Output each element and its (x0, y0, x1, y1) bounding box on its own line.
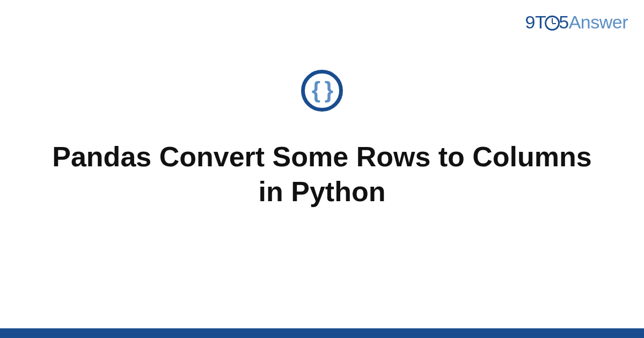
logo-text-answer: Answer (569, 12, 628, 32)
code-braces-icon: { } (301, 70, 343, 112)
footer-accent-bar (0, 328, 644, 338)
clock-icon (545, 16, 560, 31)
logo-text-5: 5 (559, 12, 568, 32)
braces-glyph: { } (312, 79, 332, 101)
site-logo: 9T5Answer (525, 12, 628, 33)
logo-text-9t: 9T (525, 12, 546, 32)
page-title: Pandas Convert Some Rows to Columns in P… (0, 139, 644, 209)
